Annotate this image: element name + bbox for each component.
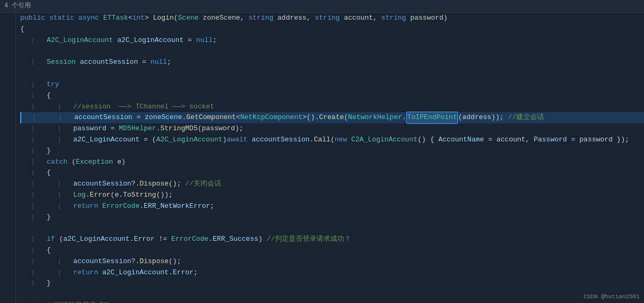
ref-count-bar: 4 个引用 xyxy=(0,0,644,13)
code-editor: 4 个引用 public static async ETTask<int> Lo… xyxy=(0,0,644,303)
watermark: CSDN @hutian2501 xyxy=(579,291,644,303)
code-line-return1: ||return ErrorCode.ERR_NetWorkError; xyxy=(20,201,644,212)
code-line-try: |try xyxy=(20,79,644,90)
code-line-account-session: ||accountSession = zoneScene.GetComponen… xyxy=(20,112,644,123)
code-line-password: ||password = MD5Helper.StringMD5(passwor… xyxy=(20,123,644,134)
code-line-brace3: |} xyxy=(20,146,644,157)
code-line-empty1 xyxy=(20,46,644,57)
code-line-return2: ||return a2C_LoginAccount.Error; xyxy=(20,267,644,279)
code-line-brace4: |{ xyxy=(20,167,644,179)
code-line-brace7: |} xyxy=(20,278,644,289)
code-line-a2c-decl: |A2C_LoginAccount a2C_LoginAccount = nul… xyxy=(20,35,644,46)
code-line-brace2: |{ xyxy=(20,90,644,102)
code-line-empty2 xyxy=(20,68,644,79)
code-line-empty3 xyxy=(20,223,644,234)
ref-count: 4 个引用 xyxy=(4,2,31,10)
code-line-session-decl: |Session accountSession = null; xyxy=(20,57,644,68)
code-line-dispose2: ||accountSession?.Dispose(); xyxy=(20,256,644,267)
code-line-brace5: |} xyxy=(20,212,644,223)
code-area: public static async ETTask<int> Login(Sc… xyxy=(0,13,644,303)
code-line-brace6: |{ xyxy=(20,245,644,256)
code-line-if: |if (a2C_LoginAccount.Error != ErrorCode… xyxy=(20,234,644,245)
line-numbers xyxy=(0,13,16,303)
code-line-method: public static async ETTask<int> Login(Sc… xyxy=(20,13,644,24)
code-line-dispose: ||accountSession?.Dispose(); //关闭会话 xyxy=(20,179,644,190)
code-line-empty4 xyxy=(20,289,644,300)
code-line-brace1: { xyxy=(20,24,644,35)
code-line-log: ||Log.Error(e.ToString()); xyxy=(20,190,644,201)
code-line-a2c-assign: ||a2C_LoginAccount = (A2C_LoginAccount)a… xyxy=(20,134,644,146)
code-line-catch: |catch (Exception e) xyxy=(20,157,644,168)
code-line-comment-success: |//游戏账号登录成功 xyxy=(20,300,644,303)
code-line-comment: ||//session ——> TChannel ——> socket xyxy=(20,102,644,113)
watermark-text: CSDN @hutian2501 xyxy=(583,293,640,300)
code-content[interactable]: public static async ETTask<int> Login(Sc… xyxy=(16,13,644,303)
